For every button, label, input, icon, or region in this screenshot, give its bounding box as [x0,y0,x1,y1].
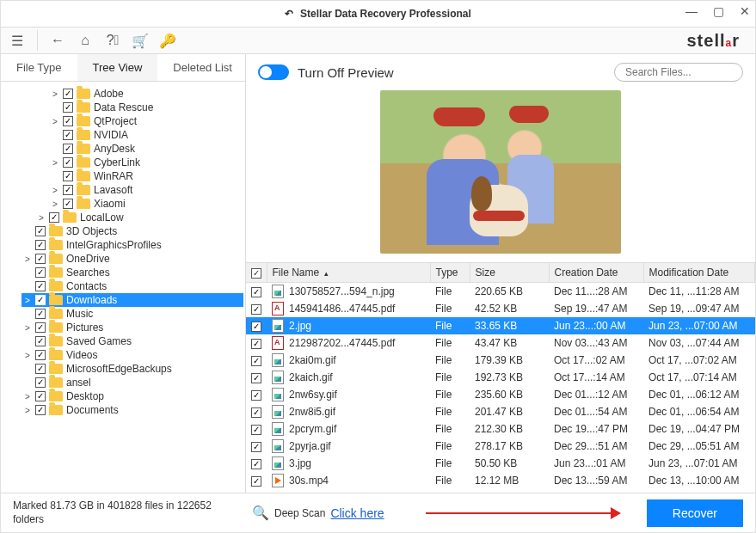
tree-node[interactable]: 3D Objects [22,224,243,238]
table-row[interactable]: 2.jpgFile33.65 KBJun 23...:00 AMJun 23, … [246,317,755,334]
tree-node[interactable]: >QtProject [49,114,243,128]
recover-button[interactable]: Recover [647,499,743,527]
tree-node[interactable]: >Pictures [22,321,243,334]
row-checkbox[interactable] [251,356,261,366]
row-checkbox[interactable] [251,373,261,383]
row-checkbox[interactable] [251,407,261,418]
row-checkbox[interactable] [251,425,261,435]
checkbox[interactable] [35,377,46,388]
col-mdate[interactable]: Modification Date [643,263,755,283]
row-checkbox[interactable] [251,390,261,401]
row-checkbox[interactable] [251,459,261,469]
col-filename[interactable]: File Name▴ [267,263,430,283]
checkbox[interactable] [35,226,46,236]
table-row[interactable]: 130758527...594_n.jpgFile220.65 KBDec 11… [246,283,755,301]
table-row[interactable]: 2nw8i5.gifFile201.47 KBDec 01...:54 AMDe… [246,403,755,420]
checkbox[interactable] [35,364,46,374]
checkbox[interactable] [63,185,73,195]
chevron-icon[interactable]: > [51,199,59,209]
checkbox[interactable] [63,171,73,181]
close-button[interactable]: ✕ [740,4,750,18]
tree-node[interactable]: Music [22,307,243,321]
minimize-button[interactable]: — [685,4,698,18]
table-row[interactable]: 2kaich.gifFile192.73 KBOct 17...:14 AMOc… [246,369,755,386]
checkbox[interactable] [35,309,46,319]
tree-node[interactable]: NVIDIA [49,128,243,142]
tree-node[interactable]: IntelGraphicsProfiles [22,238,243,252]
tree-node[interactable]: >Desktop [22,389,243,403]
tree-node[interactable]: >Lavasoft [49,183,243,197]
checkbox[interactable] [35,267,46,278]
chevron-icon[interactable]: > [23,296,32,305]
row-checkbox[interactable] [251,322,261,332]
row-checkbox[interactable] [251,442,261,452]
checkbox[interactable] [35,405,46,415]
table-row[interactable]: 212987202...47445.pdfFile43.47 KBNov 03.… [246,334,755,352]
row-checkbox[interactable] [251,304,261,315]
chevron-icon[interactable]: > [51,186,59,195]
header-checkbox[interactable] [246,263,267,283]
tree-node[interactable]: Data Rescue [49,101,243,114]
chevron-icon[interactable]: > [23,254,32,264]
chevron-icon[interactable]: > [51,158,59,168]
table-row[interactable]: 2pcrym.gifFile212.30 KBDec 19...:47 PMDe… [246,420,755,438]
table-row[interactable]: 145941486...47445.pdfFile42.52 KBSep 19.… [246,300,755,317]
checkbox[interactable] [35,350,46,360]
menu-icon[interactable]: ☰ [8,33,27,49]
help-icon[interactable]: ?⃝ [103,33,122,48]
checkbox[interactable] [35,240,46,250]
checkbox[interactable] [49,212,59,223]
tree-node[interactable]: ansel [22,376,243,389]
tree-node[interactable]: >Downloads [22,293,243,307]
chevron-icon[interactable]: > [51,117,59,126]
file-list[interactable]: File Name▴ Type Size Creation Date Modif… [246,262,755,493]
checkbox[interactable] [35,336,46,346]
tree-node[interactable]: WinRAR [49,169,243,183]
chevron-icon[interactable]: > [23,323,32,333]
chevron-icon[interactable]: > [23,406,32,415]
tree-node[interactable]: >Videos [22,348,243,362]
row-checkbox[interactable] [251,287,261,297]
table-row[interactable]: 2kai0m.gifFile179.39 KBOct 17...:02 AMOc… [246,352,755,369]
checkbox[interactable] [63,199,73,209]
tree-node[interactable]: >LocalLow [35,211,243,224]
chevron-icon[interactable]: > [23,351,32,360]
tab-file-type[interactable]: File Type [1,54,77,81]
tree-node[interactable]: Searches [22,266,243,279]
col-type[interactable]: Type [430,263,470,283]
checkbox[interactable] [35,281,46,291]
back-icon[interactable]: ← [48,33,67,48]
maximize-button[interactable]: ▢ [713,4,724,18]
checkbox[interactable] [63,89,73,99]
checkbox[interactable] [35,254,46,264]
col-cdate[interactable]: Creation Date [549,263,643,283]
tree-node[interactable]: Saved Games [22,334,243,348]
preview-toggle[interactable] [258,64,289,80]
table-row[interactable]: 3.jpgFile50.50 KBJun 23...:01 AMJun 23, … [246,455,755,472]
table-row[interactable]: 2pyrja.gifFile278.17 KBDec 29...:51 AMDe… [246,438,755,455]
tree-node[interactable]: >Adobe [49,87,243,101]
search-input[interactable] [624,65,756,79]
key-icon[interactable]: 🔑 [158,33,177,49]
search-box[interactable]: 🔍 [614,63,743,82]
tree-node[interactable]: >Xiaomi [49,197,243,211]
checkbox[interactable] [63,102,73,113]
row-checkbox[interactable] [251,339,261,349]
deep-scan-link[interactable]: Click here [330,506,384,520]
table-row[interactable]: 2nw6sy.gifFile235.60 KBDec 01...:12 AMDe… [246,386,755,403]
tab-deleted-list[interactable]: Deleted List [157,54,248,81]
checkbox[interactable] [35,391,46,401]
chevron-icon[interactable]: > [37,213,46,223]
checkbox[interactable] [63,144,73,154]
col-size[interactable]: Size [470,263,549,283]
tree-node[interactable]: Contacts [22,279,243,293]
tree-node[interactable]: >Documents [22,403,243,417]
table-row[interactable]: 30s.mp4File12.12 MBDec 13...:59 AMDec 13… [246,472,755,489]
tree-node[interactable]: >CyberLink [49,156,243,169]
home-icon[interactable]: ⌂ [76,33,95,48]
chevron-icon[interactable]: > [51,89,59,99]
tree-node[interactable]: AnyDesk [49,142,243,156]
tab-tree-view[interactable]: Tree View [77,54,158,81]
tree-node[interactable]: >OneDrive [22,252,243,266]
checkbox[interactable] [63,130,73,140]
